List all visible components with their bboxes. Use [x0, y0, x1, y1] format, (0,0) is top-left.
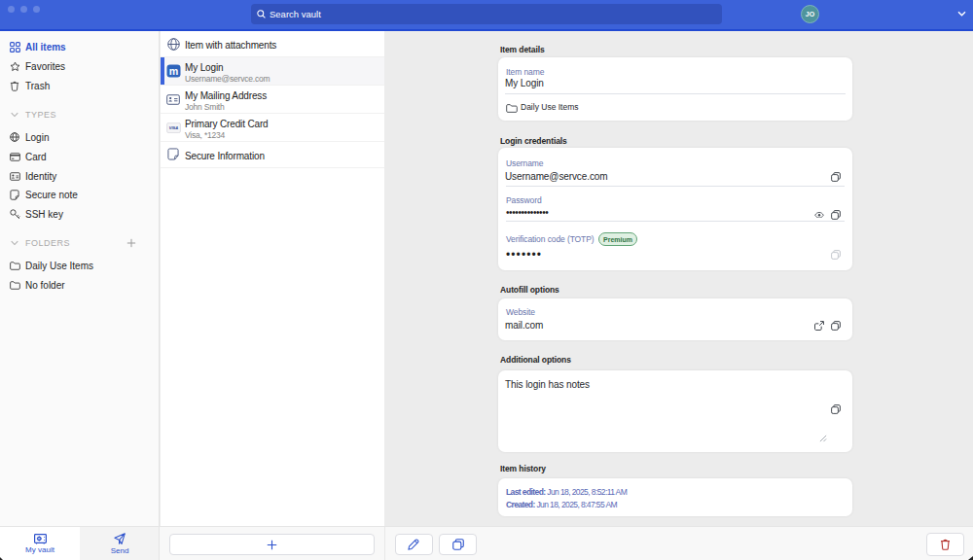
svg-text:VISA: VISA — [168, 125, 177, 130]
svg-text:m: m — [168, 65, 178, 77]
